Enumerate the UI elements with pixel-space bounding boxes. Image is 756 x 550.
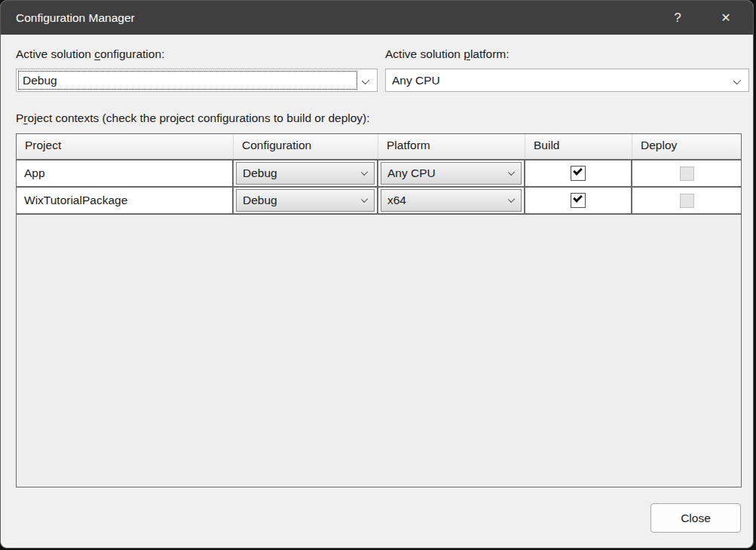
row-configuration-dropdown[interactable]: Debug (236, 162, 375, 185)
column-header-platform: Platform (378, 134, 525, 159)
row-platform-dropdown[interactable]: x64 (381, 189, 522, 212)
project-name-cell: WixTutorialPackage (17, 188, 234, 213)
chevron-down-icon (733, 77, 741, 84)
table-row: App Debug Any CPU (17, 159, 741, 188)
label-text: Active solution (385, 47, 464, 60)
build-cell (525, 188, 632, 213)
configuration-manager-dialog: Configuration Manager ? ✕ Active solutio… (0, 0, 754, 548)
platform-cell: x64 (378, 188, 525, 213)
configuration-cell: Debug (234, 160, 378, 186)
row-platform-dropdown[interactable]: Any CPU (381, 162, 522, 185)
close-icon[interactable]: ✕ (709, 1, 742, 35)
deploy-checkbox (680, 167, 694, 181)
column-header-project: Project (17, 134, 234, 159)
build-cell (525, 160, 632, 186)
dropdown-value: Debug (243, 194, 277, 207)
active-platform-label: Active solution platform: (385, 47, 510, 61)
deploy-checkbox (680, 194, 694, 208)
label-text: latform: (470, 47, 510, 60)
active-configuration-combobox[interactable]: Debug (16, 69, 378, 92)
configuration-cell: Debug (234, 188, 378, 213)
dropdown-value: x64 (387, 194, 406, 207)
label-text: oject contexts (check the project config… (28, 112, 370, 124)
label-mnemonic: p (464, 47, 470, 60)
label-mnemonic: c (94, 47, 100, 60)
screen-background: Configuration Manager ? ✕ Active solutio… (0, 0, 756, 550)
help-icon[interactable]: ? (661, 1, 694, 35)
active-configuration-label: Active solution configuration: (16, 47, 164, 61)
chevron-down-icon (508, 196, 515, 203)
row-configuration-dropdown[interactable]: Debug (236, 189, 375, 212)
build-checkbox[interactable] (571, 193, 586, 208)
chevron-down-icon (508, 169, 515, 176)
project-name-cell: App (17, 160, 234, 186)
close-button[interactable]: Close (650, 503, 741, 533)
project-contexts-label: Project contexts (check the project conf… (16, 112, 370, 125)
column-header-configuration: Configuration (234, 134, 378, 159)
project-name: App (24, 167, 45, 180)
column-header-build: Build (525, 134, 632, 159)
titlebar: Configuration Manager ? ✕ (1, 1, 753, 35)
chevron-down-icon (361, 196, 368, 203)
project-name: WixTutorialPackage (24, 194, 127, 207)
project-contexts-grid: Project Configuration Platform Build Dep… (16, 133, 742, 487)
table-row: WixTutorialPackage Debug x64 (17, 188, 741, 215)
selected-platform: Any CPU (392, 69, 440, 91)
deploy-cell (632, 188, 741, 213)
chevron-down-icon (361, 169, 368, 176)
check-icon (573, 193, 583, 203)
dropdown-value: Debug (243, 167, 277, 180)
label-text: P (16, 112, 23, 124)
platform-cell: Any CPU (378, 160, 525, 186)
deploy-cell (632, 160, 741, 186)
label-text: onfiguration: (100, 47, 164, 60)
check-icon (573, 166, 583, 176)
focus-rectangle (18, 71, 357, 90)
active-platform-combobox[interactable]: Any CPU (385, 69, 749, 92)
grid-header-row: Project Configuration Platform Build Dep… (17, 134, 741, 159)
dropdown-value: Any CPU (387, 167, 436, 180)
build-checkbox[interactable] (571, 166, 586, 181)
label-text: Active solution (16, 47, 94, 60)
chevron-down-icon (362, 77, 369, 84)
column-header-deploy: Deploy (632, 134, 741, 159)
window-title: Configuration Manager (16, 1, 135, 35)
selected-configuration: Debug (23, 69, 57, 91)
